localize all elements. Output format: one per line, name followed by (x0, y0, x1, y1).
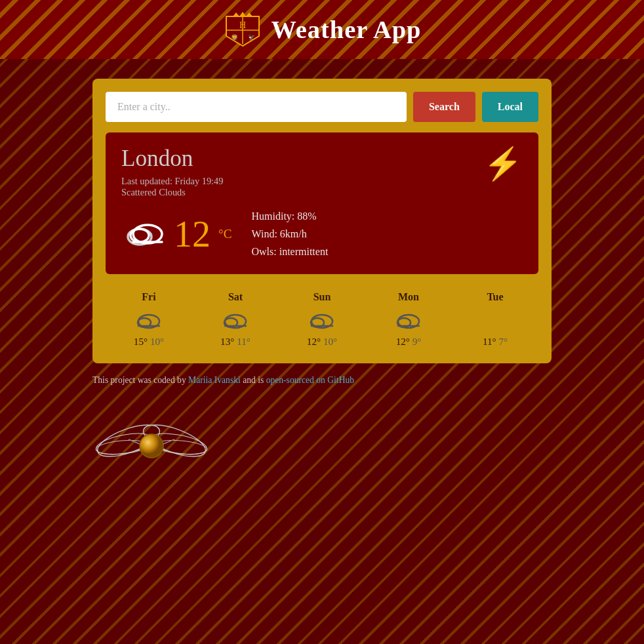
forecast-icon-fri (132, 307, 165, 332)
svg-line-39 (129, 439, 140, 444)
forecast-day-sat: Sat 13° 11° (219, 291, 252, 348)
forecast-temps-tue: 11° 7° (483, 336, 508, 348)
hogwarts-crest-icon: H 🦁 🦅 (223, 10, 262, 49)
golden-snitch-wrap (92, 401, 552, 483)
forecast-icon-sun (306, 307, 338, 332)
weather-card: ⚡ London Last updated: Friday 19:49 Scat… (106, 132, 538, 274)
app-title: Weather App (272, 15, 422, 44)
forecast-icon-mon (392, 307, 425, 332)
temperature-value: 12 (174, 213, 211, 255)
footer-text-before: This project was coded by (92, 375, 188, 385)
weather-main: 12 °C Humidity: 88% Wind: 6km/h Owls: in… (121, 207, 523, 261)
weather-icon (121, 216, 167, 252)
local-button[interactable]: Local (482, 92, 538, 122)
forecast-icon-sat (219, 307, 252, 332)
svg-point-38 (140, 434, 163, 458)
footer-text-middle: and is (241, 375, 266, 385)
forecast-day-label-mon: Mon (398, 291, 419, 303)
temperature-section: 12 °C (121, 213, 231, 255)
footer-github-link[interactable]: open-sourced on GitHub (266, 375, 354, 385)
last-updated: Last updated: Friday 19:49 (121, 176, 523, 187)
humidity-label: Humidity: 88% (251, 207, 328, 225)
forecast-day-label-sat: Sat (228, 291, 243, 303)
forecast-day-mon: Mon 12° 9° (392, 291, 425, 348)
temperature-unit: °C (218, 227, 231, 241)
svg-line-40 (163, 439, 174, 444)
forecast-day-tue: Tue 11° 7° (479, 291, 512, 348)
search-button[interactable]: Search (413, 92, 475, 122)
forecast-day-fri: Fri 15° 10° (132, 291, 165, 348)
svg-marker-6 (233, 12, 252, 16)
forecast-temps-sat: 13° 11° (220, 336, 251, 348)
svg-text:🦁: 🦁 (230, 33, 238, 41)
forecast-day-label-sun: Sun (313, 291, 331, 303)
weather-details: Humidity: 88% Wind: 6km/h Owls: intermit… (251, 207, 328, 261)
city-name: London (121, 146, 523, 172)
golden-snitch-icon (92, 401, 211, 480)
svg-line-29 (500, 312, 503, 315)
svg-line-28 (500, 323, 503, 327)
wind-label: Wind: 6km/h (251, 225, 328, 243)
forecast-icon-tue (479, 307, 512, 332)
search-row: Search Local (106, 92, 538, 122)
svg-line-27 (487, 312, 490, 315)
svg-text:🦅: 🦅 (247, 33, 255, 41)
forecast-day-label-fri: Fri (142, 291, 155, 303)
forecast-temps-fri: 15° 10° (134, 336, 164, 348)
footer-text: This project was coded by Mariia Ivanski… (92, 375, 552, 386)
svg-point-31 (491, 315, 500, 324)
forecast-day-label-tue: Tue (487, 291, 503, 303)
city-search-input[interactable] (106, 92, 407, 122)
footer-author-link[interactable]: Mariia Ivanski (188, 375, 241, 385)
bolt-icon: ⚡ (483, 146, 523, 182)
header-stripe: H 🦁 🦅 Weather App (0, 0, 644, 59)
main-card: Search Local ⚡ London Last updated: Frid… (92, 79, 552, 363)
forecast-temps-sun: 12° 10° (307, 336, 337, 348)
forecast-temps-mon: 12° 9° (396, 336, 422, 348)
forecast-day-sun: Sun 12° 10° (306, 291, 338, 348)
weather-description: Scattered Clouds (121, 187, 523, 198)
forecast-row: Fri 15° 10° Sat 13° 11° Sun (106, 285, 538, 350)
svg-text:H: H (239, 20, 245, 30)
owls-label: Owls: intermittent (251, 243, 328, 260)
svg-line-30 (487, 323, 490, 327)
